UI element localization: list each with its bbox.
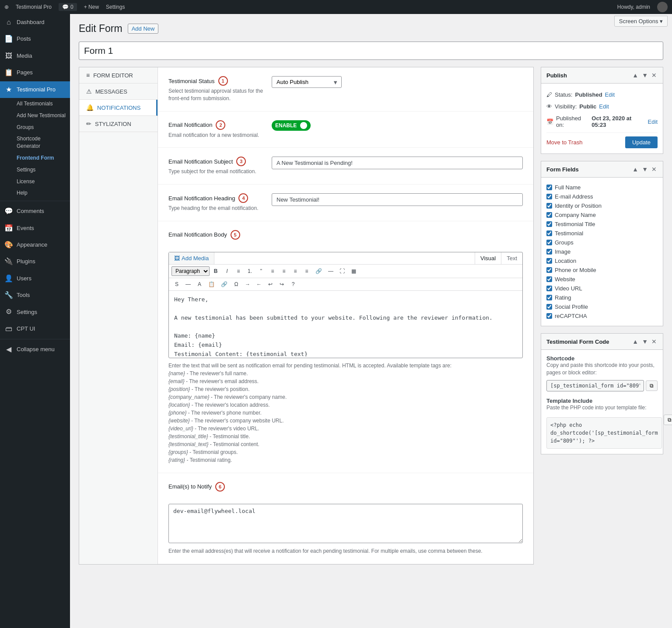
published-edit-link[interactable]: Edit: [648, 119, 658, 125]
sidebar-item-posts[interactable]: 📄 Posts: [0, 31, 70, 47]
update-button[interactable]: Update: [625, 136, 658, 148]
sidebar-item-media[interactable]: 🖼 Media: [0, 48, 70, 64]
sidebar-item-add-new-testimonial[interactable]: Add New Testimonial: [12, 110, 70, 122]
form-fields-down[interactable]: ▼: [641, 165, 649, 174]
tab-text[interactable]: Text: [501, 252, 522, 264]
notifications-icon: 🔔: [86, 104, 94, 111]
unordered-list-button[interactable]: ≡: [233, 266, 244, 276]
checkbox-location[interactable]: [546, 258, 552, 264]
checkbox-title[interactable]: [546, 221, 552, 227]
email-notification-toggle[interactable]: ENABLE: [272, 120, 311, 131]
checkbox-video[interactable]: [546, 286, 552, 291]
status-edit-link[interactable]: Edit: [605, 91, 615, 98]
blockquote-button[interactable]: ": [256, 266, 266, 276]
tab-messages[interactable]: ⚠ MESSAGES: [79, 84, 158, 100]
sidebar-item-comments[interactable]: 💬 Comments: [0, 203, 70, 220]
publish-panel-close[interactable]: ✕: [651, 71, 658, 80]
sidebar-item-help[interactable]: Help: [12, 187, 70, 199]
tab-stylization[interactable]: ✏ STYLIZATION: [79, 116, 158, 132]
sidebar-item-tools[interactable]: 🔧 Tools: [0, 287, 70, 304]
toolbar-toggle-button[interactable]: ▦: [348, 266, 359, 276]
sidebar-item-settings-sub[interactable]: Settings: [12, 164, 70, 176]
checkbox-identity[interactable]: [546, 203, 552, 209]
bold-button[interactable]: B: [210, 266, 221, 276]
checkbox-company[interactable]: [546, 212, 552, 218]
paragraph-select[interactable]: Paragraph: [172, 266, 210, 276]
sidebar-item-cptui[interactable]: 🗃 CPT UI: [0, 321, 70, 337]
checkbox-phone[interactable]: [546, 267, 552, 273]
sidebar-item-settings[interactable]: ⚙ Settings: [0, 304, 70, 320]
font-color-button[interactable]: A: [194, 280, 205, 289]
link-button[interactable]: 🔗: [313, 266, 325, 276]
shortcode-panel-close[interactable]: ✕: [651, 337, 658, 346]
more-button[interactable]: —: [326, 266, 336, 276]
sidebar-item-shortcode-generator[interactable]: Shortcode Generator: [12, 133, 70, 152]
copy-template-button[interactable]: ⧉: [664, 415, 672, 425]
email-heading-input[interactable]: [272, 193, 523, 206]
shortcode-panel-up[interactable]: ▲: [631, 337, 639, 346]
form-title-input[interactable]: [79, 42, 663, 60]
redo-button[interactable]: ↪: [276, 280, 287, 289]
checkbox-testimonial[interactable]: [546, 230, 552, 236]
sidebar-item-pages[interactable]: 📋 Pages: [0, 64, 70, 81]
hr-button[interactable]: —: [183, 280, 193, 289]
align-justify-button[interactable]: ≡: [301, 266, 312, 276]
help-button[interactable]: ?: [288, 280, 298, 289]
sidebar-item-dashboard[interactable]: ⌂ Dashboard: [0, 14, 70, 31]
add-media-button[interactable]: 🖼 Add Media: [169, 252, 214, 264]
sidebar-item-all-testimonials[interactable]: All Testimonials: [12, 98, 70, 110]
sidebar-item-groups[interactable]: Groups: [12, 122, 70, 133]
undo-button[interactable]: ↩: [265, 280, 276, 289]
tab-notifications[interactable]: 🔔 NOTIFICATIONS: [79, 100, 158, 116]
sidebar-item-appearance[interactable]: 🎨 Appearance: [0, 237, 70, 253]
checkbox-social[interactable]: [546, 304, 552, 310]
paste-text-button[interactable]: 📋: [206, 280, 217, 289]
screen-options-button[interactable]: Screen Options ▾: [614, 16, 668, 27]
shortcode-panel-down[interactable]: ▼: [641, 337, 649, 346]
sidebar-item-events[interactable]: 📅 Events: [0, 220, 70, 237]
publish-panel-down[interactable]: ▼: [641, 71, 649, 80]
sidebar-item-testimonial-pro[interactable]: ★ Testimonial Pro: [0, 81, 70, 98]
align-left-button[interactable]: ≡: [267, 266, 278, 276]
sidebar-item-users[interactable]: 👤 Users: [0, 270, 70, 287]
add-new-button[interactable]: Add New: [128, 24, 159, 34]
emails-to-notify-textarea[interactable]: dev-email@flywheel.local: [168, 504, 523, 543]
special-char-button[interactable]: Ω: [231, 280, 242, 289]
comment-bubble[interactable]: 💬 0: [59, 3, 77, 11]
tab-visual[interactable]: Visual: [475, 252, 501, 264]
site-name[interactable]: Testimonial Pro: [16, 4, 52, 10]
strikethrough-button[interactable]: S: [172, 280, 182, 289]
sidebar-item-frontend-form[interactable]: Frontend Form: [12, 152, 70, 164]
fullscreen-button[interactable]: ⛶: [337, 266, 347, 276]
email-subject-input[interactable]: [272, 157, 523, 169]
settings-link[interactable]: Settings: [106, 4, 125, 10]
checkbox-website[interactable]: [546, 276, 552, 282]
checkbox-rating[interactable]: [546, 295, 552, 300]
move-trash-link[interactable]: Move to Trash: [546, 139, 582, 146]
sidebar-item-license[interactable]: License: [12, 176, 70, 188]
publish-panel-up[interactable]: ▲: [631, 71, 639, 80]
outdent-button[interactable]: ←: [254, 280, 264, 289]
form-fields-close[interactable]: ✕: [651, 165, 658, 174]
checkbox-groups[interactable]: [546, 240, 552, 245]
checkbox-email[interactable]: [546, 194, 552, 199]
checkbox-full-name[interactable]: [546, 185, 552, 190]
clear-format-button[interactable]: 🔗: [218, 280, 230, 289]
checkbox-recaptcha[interactable]: [546, 313, 552, 319]
new-item-link[interactable]: + New: [84, 4, 99, 10]
visibility-edit-link[interactable]: Edit: [599, 103, 609, 110]
testimonial-status-select[interactable]: Auto Publish Pending Draft: [272, 76, 342, 88]
editor-body[interactable]: Hey There, A new testimonial has been su…: [169, 291, 522, 356]
tab-form-editor[interactable]: ≡ FORM EDITOR: [79, 67, 158, 84]
align-right-button[interactable]: ≡: [290, 266, 301, 276]
align-center-button[interactable]: ≡: [279, 266, 289, 276]
copy-shortcode-button[interactable]: ⧉: [646, 380, 658, 391]
indent-button[interactable]: →: [242, 280, 253, 289]
checkbox-image[interactable]: [546, 249, 552, 255]
shortcode-input[interactable]: [546, 380, 644, 391]
italic-button[interactable]: I: [222, 266, 232, 276]
sidebar-item-plugins[interactable]: 🔌 Plugins: [0, 253, 70, 270]
collapse-menu-button[interactable]: ◀ Collapse menu: [0, 341, 70, 358]
ordered-list-button[interactable]: 1.: [245, 266, 255, 276]
form-fields-up[interactable]: ▲: [631, 165, 639, 174]
